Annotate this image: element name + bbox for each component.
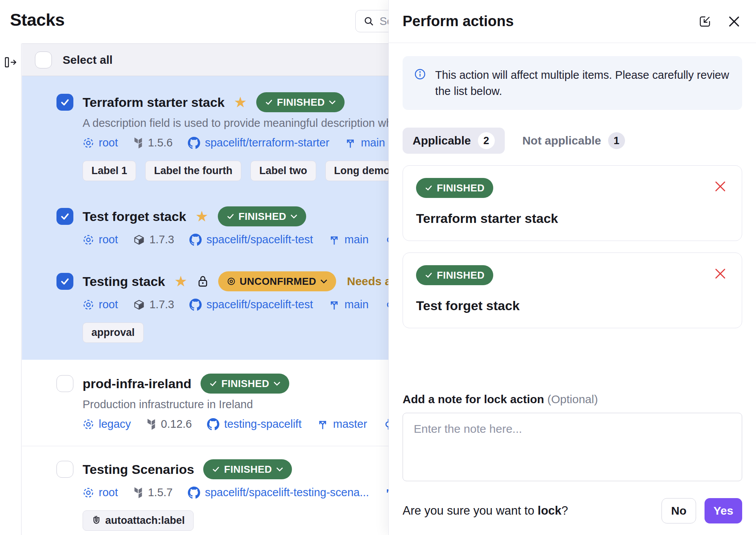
confirm-question: Are you sure you want to lock? — [403, 504, 568, 518]
terraform-icon — [133, 487, 143, 498]
space-link[interactable]: root — [83, 136, 118, 149]
status-badge[interactable]: FINISHED — [218, 206, 307, 226]
status-badge[interactable]: FINISHED — [256, 92, 345, 112]
lock-icon — [197, 275, 209, 288]
row-checkbox-checked[interactable] — [56, 273, 73, 290]
repo-link[interactable]: spacelift/spacelift-test — [189, 298, 313, 311]
status-badge: FINISHED — [416, 265, 493, 285]
space-link[interactable]: legacy — [83, 418, 131, 430]
confirm-row: Are you sure you want to lock? No Yes — [403, 498, 742, 523]
space-link[interactable]: root — [83, 486, 118, 499]
affected-item-title: Terraform starter stack — [416, 211, 729, 226]
remove-item-icon[interactable] — [713, 179, 728, 194]
stack-title: Testing Scenarios — [83, 462, 194, 477]
github-icon — [189, 299, 202, 311]
stack-title: Testing stack — [83, 274, 165, 289]
favorite-star-icon[interactable]: ★ — [234, 95, 247, 110]
version-item: 1.5.6 — [133, 136, 173, 149]
favorite-star-icon[interactable]: ★ — [196, 209, 209, 224]
label-pill[interactable]: autoattach:label — [83, 510, 194, 531]
cube-icon — [133, 299, 145, 311]
branch-icon — [328, 234, 340, 246]
affected-item-card: FINISHED Terraform starter stack — [403, 165, 742, 241]
magnet-icon — [91, 516, 101, 526]
selected-rows-block: Terraform starter stack ★ FINISHED A des… — [22, 76, 448, 360]
select-all-label: Select all — [63, 53, 113, 66]
version-item: 0.12.6 — [146, 418, 192, 430]
stack-title: Terraform starter stack — [83, 95, 225, 110]
row-checkbox[interactable] — [56, 375, 73, 392]
branch-link[interactable]: master — [317, 418, 367, 430]
branch-link[interactable]: main — [328, 233, 369, 246]
space-link[interactable]: root — [83, 298, 118, 311]
repo-link[interactable]: spacelift/spacelift-testing-scena... — [188, 486, 369, 499]
terraform-icon — [133, 137, 143, 149]
close-icon[interactable] — [726, 13, 742, 30]
yes-button[interactable]: Yes — [705, 498, 742, 523]
stack-row[interactable]: prod-infra-ireland FINISHED Production i… — [22, 360, 448, 446]
github-icon — [188, 487, 200, 499]
tab-count-badge: 1 — [608, 132, 625, 149]
label-pill[interactable]: Label 1 — [83, 161, 136, 181]
chevron-down-icon — [290, 214, 298, 219]
left-rail — [0, 43, 22, 535]
version-item: 1.5.7 — [133, 486, 173, 499]
note-label: Add a note for lock action (Optional) — [403, 393, 742, 406]
space-icon — [83, 137, 94, 149]
version-item: 1.7.3 — [133, 298, 174, 311]
note-input[interactable] — [403, 413, 742, 481]
remove-item-icon[interactable] — [713, 266, 728, 281]
chevron-down-icon — [328, 100, 336, 105]
repo-link[interactable]: spacelift/spacelift-test — [189, 233, 313, 246]
info-text: This action will affect multiple items. … — [435, 67, 731, 99]
info-banner: This action will affect multiple items. … — [403, 56, 742, 110]
panel-header: Perform actions — [389, 0, 756, 43]
row-checkbox-checked[interactable] — [56, 94, 73, 111]
tab-not-applicable[interactable]: Not applicable 1 — [522, 132, 625, 149]
space-icon — [83, 419, 94, 430]
no-button[interactable]: No — [662, 498, 696, 523]
space-link[interactable]: root — [83, 233, 118, 246]
tab-applicable[interactable]: Applicable 2 — [403, 128, 505, 154]
panel-tabs: Applicable 2 Not applicable 1 — [403, 128, 742, 154]
label-pill[interactable]: Label the fourth — [145, 161, 241, 181]
perform-actions-panel: Perform actions This action will affect … — [388, 0, 756, 535]
stack-title: Test forget stack — [83, 209, 186, 224]
row-checkbox-checked[interactable] — [56, 208, 73, 225]
repo-link[interactable]: spacelift/terraform-starter — [188, 136, 329, 149]
affected-item-title: Test forget stack — [416, 298, 729, 313]
space-icon — [83, 299, 94, 311]
page-title: Stacks — [10, 10, 65, 30]
unconfirmed-icon — [227, 277, 236, 286]
branch-icon — [345, 137, 356, 149]
tab-count-badge: 2 — [478, 132, 495, 149]
collapse-panel-icon[interactable] — [697, 13, 713, 30]
version-item: 1.7.3 — [133, 233, 174, 246]
stack-row[interactable]: Testing Scenarios FINISHED root 1.5.7 — [22, 446, 448, 531]
label-pill[interactable]: approval — [83, 322, 144, 343]
select-all-checkbox[interactable] — [35, 52, 52, 68]
stack-row[interactable]: Testing stack ★ UNCONFIRMED Needs approv… — [22, 260, 448, 360]
repo-link[interactable]: testing-spacelift — [207, 418, 302, 430]
expand-sidebar-button[interactable] — [3, 55, 18, 70]
stack-row[interactable]: Test forget stack ★ FINISHED root — [22, 195, 448, 260]
affected-item-card: FINISHED Test forget stack — [403, 253, 742, 328]
github-icon — [189, 234, 202, 246]
status-badge: FINISHED — [416, 178, 493, 198]
status-badge[interactable]: FINISHED — [201, 374, 289, 394]
favorite-star-icon[interactable]: ★ — [174, 274, 187, 289]
status-badge[interactable]: UNCONFIRMED — [218, 271, 336, 291]
github-icon — [188, 137, 200, 149]
row-checkbox[interactable] — [56, 461, 73, 478]
stack-row[interactable]: Terraform starter stack ★ FINISHED A des… — [22, 76, 448, 195]
stack-title: prod-infra-ireland — [83, 376, 191, 391]
branch-icon — [317, 419, 328, 430]
stack-list: Select all Terraform starter stack ★ FIN… — [22, 43, 448, 535]
terraform-icon — [146, 419, 156, 430]
branch-link[interactable]: main — [328, 298, 369, 311]
chevron-down-icon — [276, 467, 284, 472]
status-badge[interactable]: FINISHED — [203, 459, 292, 479]
branch-link[interactable]: main — [345, 136, 385, 149]
label-pill[interactable]: Label two — [250, 161, 316, 181]
chevron-down-icon — [273, 381, 281, 386]
